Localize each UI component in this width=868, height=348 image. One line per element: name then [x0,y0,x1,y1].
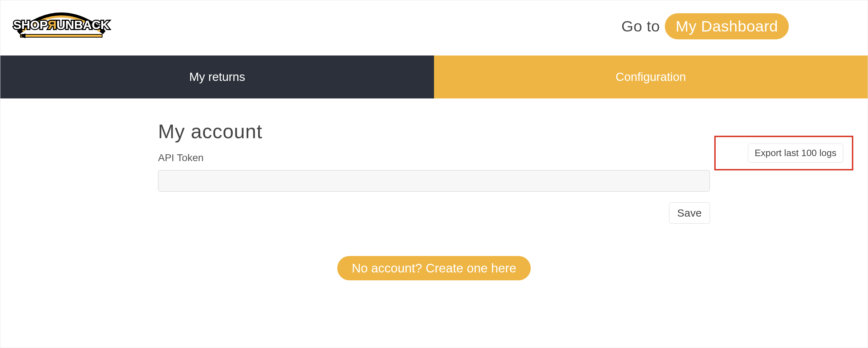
export-highlight: Export last 100 logs [714,136,853,170]
create-account-button[interactable]: No account? Create one here [337,256,530,280]
tabs: My returns Configuration [0,55,868,98]
tab-my-returns[interactable]: My returns [0,55,434,98]
content: My account API Token Save No account? Cr… [0,98,868,280]
goto-label: Go to [621,18,660,35]
api-token-input[interactable] [158,170,710,192]
logo: SHOPЯUNBACK SHOPЯUNBACK [11,4,111,48]
my-dashboard-button[interactable]: My Dashboard [665,13,789,39]
save-button[interactable]: Save [669,202,710,224]
tab-configuration[interactable]: Configuration [434,55,868,98]
api-token-label: API Token [158,152,710,164]
svg-text:SHOPЯUNBACK: SHOPЯUNBACK [13,18,110,32]
header: SHOPЯUNBACK SHOPЯUNBACK Go to My Dashboa… [0,0,868,52]
export-logs-button[interactable]: Export last 100 logs [748,144,843,163]
page-title: My account [158,120,262,143]
svg-rect-0 [20,34,102,37]
header-right: Go to My Dashboard [621,13,789,39]
